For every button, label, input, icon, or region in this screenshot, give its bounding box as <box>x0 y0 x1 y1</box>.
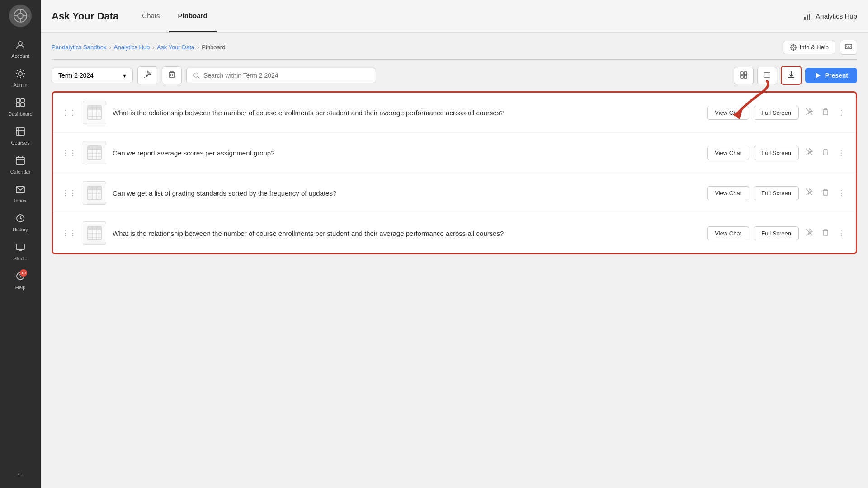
pin-thumbnail-3 <box>83 181 106 205</box>
sidebar-logo[interactable] <box>9 5 32 27</box>
chevron-down-icon: ▾ <box>123 72 126 79</box>
svg-rect-10 <box>16 103 20 107</box>
drag-handle-3[interactable]: ⋮⋮ <box>62 189 76 197</box>
sidebar-item-inbox[interactable]: Inbox <box>3 181 38 207</box>
full-screen-btn-3[interactable]: Full Screen <box>754 186 799 200</box>
pin-actions-1: View Chat Full Screen ⋮ <box>707 106 847 120</box>
svg-rect-77 <box>823 150 828 155</box>
present-button[interactable]: Present <box>805 68 857 83</box>
delete-btn-1[interactable] <box>820 106 831 119</box>
keyboard-icon-button[interactable] <box>840 40 857 55</box>
breadcrumb-sep-1: › <box>109 44 111 51</box>
sidebar-item-calendar[interactable]: Calendar <box>3 152 38 178</box>
more-btn-1[interactable]: ⋮ <box>836 107 847 119</box>
sidebar-item-studio[interactable]: Studio <box>3 239 38 265</box>
search-input[interactable] <box>203 72 369 79</box>
svg-point-1 <box>18 13 23 19</box>
trash-icon-3 <box>821 188 830 196</box>
sidebar-collapse-btn[interactable]: ← <box>11 464 29 483</box>
breadcrumb-pandalytics[interactable]: Pandalytics Sandbox <box>52 44 106 51</box>
view-chat-btn-2[interactable]: View Chat <box>707 146 749 160</box>
svg-marker-56 <box>816 73 821 78</box>
sidebar-item-label: Account <box>11 53 29 59</box>
sidebar-item-history[interactable]: History <box>3 210 38 236</box>
breadcrumb: Pandalytics Sandbox › Analytics Hub › As… <box>52 44 225 51</box>
list-view-button[interactable] <box>757 67 777 84</box>
breadcrumb-ask-your-data[interactable]: Ask Your Data <box>157 44 194 51</box>
view-chat-btn-4[interactable]: View Chat <box>707 226 749 240</box>
full-screen-btn-4[interactable]: Full Screen <box>754 226 799 240</box>
account-icon <box>15 40 25 52</box>
main-content: Ask Your Data Chats Pinboard Analytics H… <box>41 0 868 488</box>
trash-icon-2 <box>821 148 830 156</box>
svg-point-31 <box>793 47 794 48</box>
sidebar-item-help[interactable]: ? 10 Help <box>3 267 38 294</box>
svg-rect-87 <box>823 190 828 195</box>
list-icon <box>763 71 771 79</box>
sidebar-item-account[interactable]: Account <box>3 36 38 62</box>
more-btn-2[interactable]: ⋮ <box>836 147 847 159</box>
sidebar: Account Admin Dashboard <box>0 0 41 488</box>
search-box[interactable] <box>186 68 376 83</box>
pin-text-3: Can we get a list of grading standards s… <box>113 188 701 198</box>
unpin-btn-4[interactable] <box>803 226 815 240</box>
sidebar-item-admin[interactable]: Admin <box>3 65 38 91</box>
table-thumb-icon-4 <box>86 225 103 241</box>
delete-btn-2[interactable] <box>820 146 831 160</box>
full-screen-btn-1[interactable]: Full Screen <box>754 106 799 120</box>
view-chat-btn-1[interactable]: View Chat <box>707 106 749 120</box>
svg-rect-48 <box>744 72 747 75</box>
pin-icon <box>143 70 151 79</box>
svg-rect-59 <box>88 106 101 109</box>
breadcrumb-bar: Pandalytics Sandbox › Analytics Hub › As… <box>41 33 868 55</box>
pin-item-3: ⋮⋮ Can we get a list of grading standard… <box>53 173 856 213</box>
pin-actions-3: View Chat Full Screen ⋮ <box>707 186 847 200</box>
more-btn-3[interactable]: ⋮ <box>836 187 847 199</box>
tab-pinboard[interactable]: Pinboard <box>169 0 217 32</box>
svg-rect-97 <box>823 230 828 235</box>
unpin-btn-3[interactable] <box>803 186 815 200</box>
svg-rect-27 <box>807 15 808 20</box>
delete-btn-3[interactable] <box>820 186 831 200</box>
calendar-icon <box>15 155 25 168</box>
courses-icon <box>15 127 25 139</box>
pin-icon-button[interactable] <box>137 66 157 84</box>
download-button[interactable] <box>781 66 802 85</box>
term-dropdown[interactable]: Term 2 2024 ▾ <box>52 68 133 83</box>
pin-text-4: What is the relationship between the num… <box>113 229 701 238</box>
svg-rect-79 <box>88 186 101 190</box>
svg-point-6 <box>19 42 22 45</box>
unpin-btn-1[interactable] <box>803 106 815 119</box>
trash-icon-4 <box>821 228 830 236</box>
svg-rect-28 <box>809 14 810 20</box>
delete-btn-4[interactable] <box>820 226 831 240</box>
pin-actions-2: View Chat Full Screen ⋮ <box>707 146 847 160</box>
full-screen-btn-2[interactable]: Full Screen <box>754 146 799 160</box>
svg-line-46 <box>198 77 199 79</box>
tab-chats[interactable]: Chats <box>133 0 169 32</box>
unpin-icon-2 <box>805 148 813 156</box>
svg-line-85 <box>806 194 807 195</box>
svg-rect-21 <box>16 244 24 249</box>
topnav-right: Analytics Hub <box>804 12 857 20</box>
svg-rect-38 <box>848 46 849 47</box>
drag-handle-1[interactable]: ⋮⋮ <box>62 108 76 117</box>
more-btn-4[interactable]: ⋮ <box>836 227 847 239</box>
grid-view-button[interactable] <box>734 67 754 84</box>
delete-toolbar-button[interactable] <box>162 66 182 84</box>
svg-rect-50 <box>744 75 747 78</box>
unpin-btn-2[interactable] <box>803 146 815 160</box>
info-help-button[interactable]: Info & Help <box>783 41 835 54</box>
sidebar-item-label: Help <box>15 285 26 290</box>
sidebar-item-dashboard[interactable]: Dashboard <box>3 94 38 120</box>
sidebar-item-label: Inbox <box>14 198 27 203</box>
pin-thumbnail-4 <box>83 221 106 245</box>
view-chat-btn-3[interactable]: View Chat <box>707 186 749 200</box>
svg-line-41 <box>144 77 145 78</box>
pin-text-2: Can we report average scores per assignm… <box>113 148 701 158</box>
breadcrumb-analytics-hub[interactable]: Analytics Hub <box>114 44 150 51</box>
drag-handle-4[interactable]: ⋮⋮ <box>62 229 76 238</box>
analytics-hub-btn[interactable]: Analytics Hub <box>804 12 857 20</box>
sidebar-item-courses[interactable]: Courses <box>3 123 38 149</box>
drag-handle-2[interactable]: ⋮⋮ <box>62 149 76 157</box>
